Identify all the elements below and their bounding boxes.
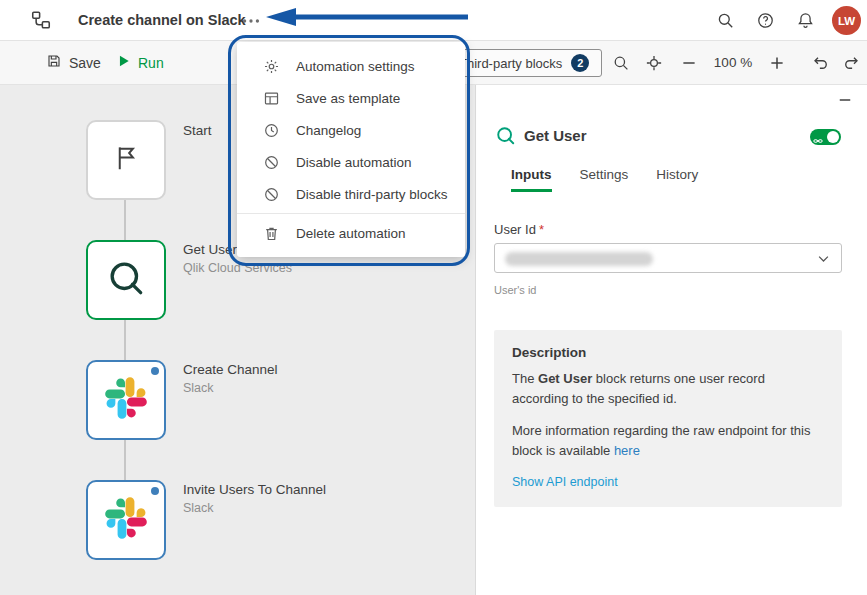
required-marker: * [539, 222, 544, 237]
description-paragraph-2: More information regarding the raw endpo… [512, 421, 824, 461]
here-link[interactable]: here [614, 443, 640, 458]
third-party-blocks-count-badge: 2 [571, 54, 589, 72]
slack-icon [105, 497, 147, 543]
menu-item-label: Changelog [296, 123, 361, 138]
slack-icon [105, 377, 147, 423]
menu-item-label: Delete automation [296, 226, 406, 241]
user-id-help-text: User's id [494, 284, 536, 296]
canvas-search-icon[interactable] [612, 54, 630, 72]
save-button[interactable]: Save [46, 41, 101, 84]
gear-icon [263, 58, 280, 75]
user-id-input[interactable] [494, 243, 842, 273]
menu-item-label: Save as template [296, 91, 400, 106]
third-party-blocks-label: Third-party blocks [459, 56, 562, 71]
block-label-get-user: Get User [183, 242, 237, 257]
save-button-label: Save [69, 55, 101, 71]
run-play-icon [117, 54, 131, 71]
block-label-create-channel: Create Channel [183, 362, 278, 377]
link-icon [813, 132, 823, 142]
menu-item-save-as-template[interactable]: Save as template [237, 82, 465, 114]
trash-icon [263, 225, 280, 242]
redo-icon[interactable] [842, 54, 860, 72]
help-icon[interactable] [756, 11, 775, 30]
menu-item-label: Disable third-party blocks [296, 187, 448, 202]
block-connector-line [124, 160, 126, 520]
more-options-button[interactable] [238, 10, 264, 32]
block-enabled-toggle[interactable] [810, 129, 841, 145]
menu-item-changelog[interactable]: Changelog [237, 114, 465, 146]
flag-icon [111, 143, 141, 177]
user-id-label: User Id* [494, 222, 544, 237]
zoom-out-button[interactable] [680, 54, 698, 72]
top-header: Create channel on Slack LW [0, 0, 867, 41]
save-icon [46, 53, 62, 72]
panel-tabs: Inputs Settings History [511, 167, 698, 192]
block-get-user[interactable] [86, 240, 166, 320]
block-sublabel-create-channel: Slack [183, 381, 214, 395]
block-status-dot [151, 487, 159, 495]
template-icon [263, 90, 280, 107]
automation-context-menu: Automation settings Save as template Cha… [237, 42, 465, 257]
fit-to-view-target-icon[interactable] [645, 54, 663, 72]
page-title: Create channel on Slack [78, 12, 246, 28]
avatar[interactable]: LW [832, 6, 861, 35]
block-name-bold: Get User [538, 371, 592, 386]
app-window: Create channel on Slack LW [0, 0, 867, 595]
menu-item-automation-settings[interactable]: Automation settings [237, 50, 465, 82]
disable-icon [263, 186, 280, 203]
menu-item-disable-third-party-blocks[interactable]: Disable third-party blocks [237, 178, 465, 210]
qlik-q-icon [106, 258, 146, 302]
undo-icon[interactable] [812, 54, 830, 72]
block-sublabel-invite-users: Slack [183, 501, 214, 515]
redacted-value [505, 252, 653, 266]
qlik-q-icon [495, 125, 516, 146]
block-start[interactable] [86, 120, 166, 200]
disable-icon [263, 154, 280, 171]
block-label-invite-users: Invite Users To Channel [183, 482, 326, 497]
third-party-blocks-tab[interactable]: Third-party blocks 2 [445, 49, 602, 77]
menu-item-label: Automation settings [296, 59, 415, 74]
notifications-bell-icon[interactable] [796, 11, 815, 30]
run-button-label: Run [138, 55, 164, 71]
block-invite-users[interactable] [86, 480, 166, 560]
tab-settings[interactable]: Settings [580, 167, 629, 192]
chevron-down-icon[interactable] [816, 251, 831, 266]
menu-item-delete-automation[interactable]: Delete automation [237, 217, 465, 249]
changelog-clock-icon [263, 122, 280, 139]
search-icon[interactable] [716, 11, 735, 30]
block-label-start: Start [183, 123, 212, 138]
minimize-panel-icon[interactable] [835, 91, 855, 111]
menu-item-disable-automation[interactable]: Disable automation [237, 146, 465, 178]
toggle-knob [827, 131, 839, 143]
description-box: Description The Get User block returns o… [494, 330, 842, 507]
automation-flow-icon [30, 9, 52, 31]
zoom-level: 100 % [700, 55, 766, 70]
zoom-in-button[interactable] [768, 54, 786, 72]
panel-title: Get User [524, 127, 587, 144]
tab-inputs[interactable]: Inputs [511, 167, 552, 192]
menu-item-label: Disable automation [296, 155, 412, 170]
tab-history[interactable]: History [656, 167, 698, 192]
block-sublabel-get-user: Qlik Cloud Services [183, 261, 292, 275]
description-heading: Description [512, 345, 824, 360]
block-config-panel: Get User Inputs Settings History User Id… [475, 85, 867, 595]
description-paragraph-1: The Get User block returns one user reco… [512, 369, 824, 409]
block-status-dot [151, 367, 159, 375]
run-button[interactable]: Run [117, 41, 164, 84]
block-create-channel[interactable] [86, 360, 166, 440]
show-api-endpoint-link[interactable]: Show API endpoint [512, 475, 618, 489]
menu-divider [237, 213, 465, 214]
